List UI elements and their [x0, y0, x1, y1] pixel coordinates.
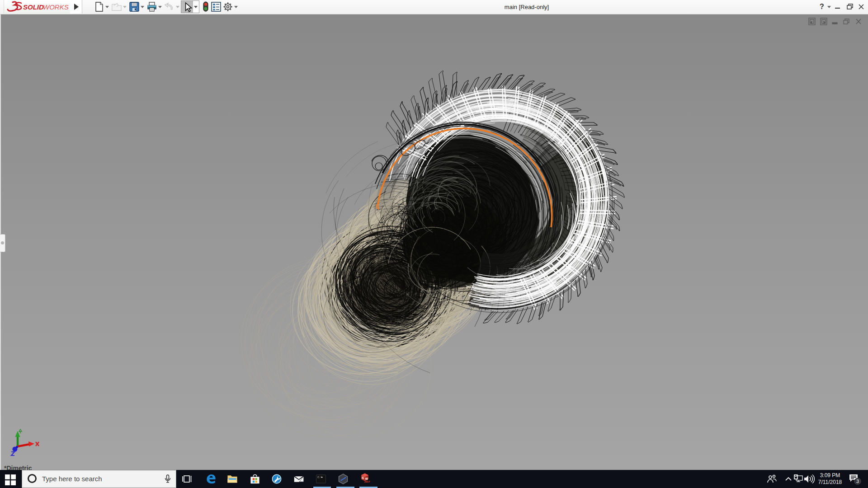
svg-text:SOLID: SOLID: [23, 3, 44, 11]
svg-text:WORKS: WORKS: [43, 3, 69, 11]
svg-text:W: W: [365, 477, 368, 480]
svg-text:2017: 2017: [364, 480, 370, 483]
svg-text:S: S: [362, 476, 364, 479]
svg-text:3: 3: [856, 479, 859, 484]
